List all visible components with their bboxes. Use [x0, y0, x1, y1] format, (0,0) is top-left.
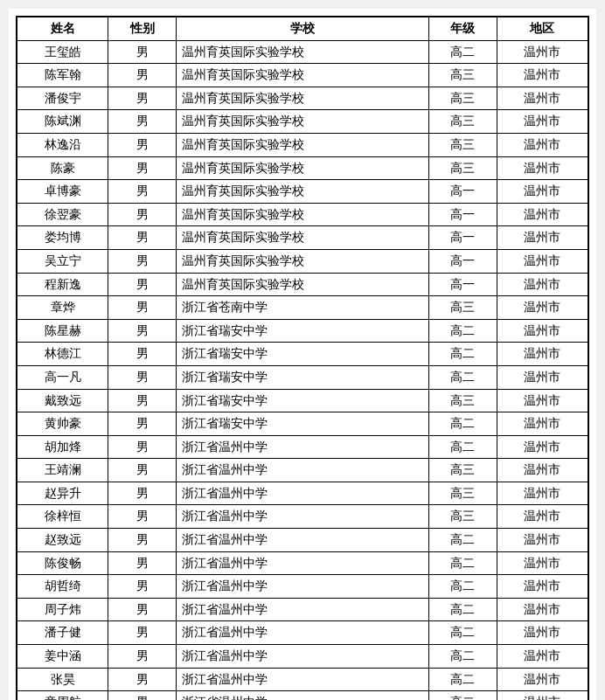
- table-cell: 温州市: [497, 482, 588, 505]
- table-cell: 浙江省瑞安中学: [176, 319, 428, 343]
- table-cell: 浙江省瑞安中学: [176, 412, 428, 436]
- table-cell: 浙江省温州中学: [176, 435, 428, 459]
- table-cell: 男: [108, 668, 176, 691]
- table-row: 陈星赫男浙江省瑞安中学高二温州市: [17, 319, 588, 343]
- table-cell: 男: [108, 249, 176, 273]
- table-cell: 温州育英国际实验学校: [176, 133, 428, 156]
- table-cell: 温州市: [497, 87, 588, 110]
- table-cell: 温州市: [497, 40, 588, 64]
- table-cell: 温州市: [497, 64, 588, 87]
- table-cell: 高三: [429, 87, 497, 110]
- table-cell: 男: [108, 598, 176, 621]
- table-row: 姜中涵男浙江省温州中学高二温州市: [17, 645, 588, 669]
- table-cell: 温州市: [497, 598, 588, 621]
- table-row: 陈军翰男温州育英国际实验学校高三温州市: [17, 64, 588, 87]
- table-cell: 浙江省瑞安中学: [176, 343, 428, 366]
- table-cell: 男: [108, 64, 176, 87]
- table-cell: 温州市: [497, 529, 588, 552]
- table-cell: 徐梓恒: [17, 505, 108, 529]
- table-cell: 赵异升: [17, 482, 108, 505]
- table-cell: 高二: [429, 365, 497, 389]
- table-cell: 温州市: [497, 668, 588, 691]
- table-cell: 胡加烽: [17, 435, 108, 459]
- table-cell: 男: [108, 365, 176, 389]
- table-cell: 高三: [429, 133, 497, 156]
- table-cell: 黄帅豪: [17, 412, 108, 436]
- table-cell: 温州市: [497, 621, 588, 645]
- table-cell: 章烨: [17, 296, 108, 320]
- table-cell: 章周航: [17, 691, 108, 700]
- table-cell: 温州育英国际实验学校: [176, 180, 428, 204]
- table-cell: 浙江省温州中学: [176, 551, 428, 575]
- table-cell: 温州市: [497, 110, 588, 134]
- table-cell: 浙江省苍南中学: [176, 296, 428, 320]
- table-row: 徐梓恒男浙江省温州中学高三温州市: [17, 505, 588, 529]
- table-cell: 男: [108, 482, 176, 505]
- table-cell: 王玺皓: [17, 40, 108, 64]
- table-row: 卓博豪男温州育英国际实验学校高一温州市: [17, 180, 588, 204]
- table-cell: 高一凡: [17, 365, 108, 389]
- table-cell: 周子炜: [17, 598, 108, 621]
- table-cell: 温州市: [497, 296, 588, 320]
- table-row: 胡加烽男浙江省温州中学高二温州市: [17, 435, 588, 459]
- table-cell: 徐翌豪: [17, 203, 108, 226]
- table-cell: 男: [108, 459, 176, 482]
- table-cell: 男: [108, 110, 176, 134]
- table-cell: 浙江省温州中学: [176, 598, 428, 621]
- table-row: 娄均博男温州育英国际实验学校高一温州市: [17, 226, 588, 250]
- table-cell: 高三: [429, 64, 497, 87]
- table-cell: 男: [108, 412, 176, 436]
- table-row: 潘子健男浙江省温州中学高二温州市: [17, 621, 588, 645]
- table-cell: 浙江省温州中学: [176, 459, 428, 482]
- table-cell: 温州育英国际实验学校: [176, 64, 428, 87]
- table-cell: 陈星赫: [17, 319, 108, 343]
- table-cell: 高二: [429, 435, 497, 459]
- table-cell: 男: [108, 87, 176, 110]
- table-cell: 温州育英国际实验学校: [176, 226, 428, 250]
- table-row: 周子炜男浙江省温州中学高二温州市: [17, 598, 588, 621]
- table-cell: 男: [108, 645, 176, 669]
- table-row: 王玺皓男温州育英国际实验学校高二温州市: [17, 40, 588, 64]
- table-cell: 温州市: [497, 180, 588, 204]
- table-cell: 温州市: [497, 273, 588, 296]
- table-cell: 高三: [429, 156, 497, 180]
- table-cell: 林逸沿: [17, 133, 108, 156]
- table-cell: 温州市: [497, 551, 588, 575]
- table-cell: 高三: [429, 110, 497, 134]
- table-cell: 高二: [429, 40, 497, 64]
- table-cell: 浙江省温州中学: [176, 621, 428, 645]
- table-cell: 高一: [429, 226, 497, 250]
- table-cell: 浙江省温州中学: [176, 482, 428, 505]
- table-cell: 潘子健: [17, 621, 108, 645]
- table-cell: 温州市: [497, 412, 588, 436]
- table-cell: 张昊: [17, 668, 108, 691]
- table-cell: 温州市: [497, 691, 588, 700]
- table-cell: 高二: [429, 645, 497, 669]
- table-cell: 男: [108, 435, 176, 459]
- table-row: 陈豪男温州育英国际实验学校高三温州市: [17, 156, 588, 180]
- table-cell: 温州育英国际实验学校: [176, 87, 428, 110]
- table-cell: 戴致远: [17, 389, 108, 412]
- table-cell: 高二: [429, 598, 497, 621]
- table-cell: 男: [108, 273, 176, 296]
- table-row: 黄帅豪男浙江省瑞安中学高二温州市: [17, 412, 588, 436]
- table-cell: 陈斌渊: [17, 110, 108, 134]
- table-cell: 男: [108, 180, 176, 204]
- table-cell: 温州市: [497, 365, 588, 389]
- table-cell: 浙江省温州中学: [176, 505, 428, 529]
- table-cell: 高三: [429, 482, 497, 505]
- data-table: 姓名 性别 学校 年级 地区 王玺皓男温州育英国际实验学校高二温州市陈军翰男温州…: [16, 16, 589, 700]
- table-cell: 男: [108, 343, 176, 366]
- col-header-school: 学校: [176, 17, 428, 40]
- table-cell: 男: [108, 551, 176, 575]
- table-row: 高一凡男浙江省瑞安中学高二温州市: [17, 365, 588, 389]
- table-cell: 娄均博: [17, 226, 108, 250]
- col-header-gender: 性别: [108, 17, 176, 40]
- table-cell: 陈豪: [17, 156, 108, 180]
- table-cell: 高二: [429, 691, 497, 700]
- table-cell: 高一: [429, 273, 497, 296]
- table-cell: 高三: [429, 505, 497, 529]
- table-cell: 温州育英国际实验学校: [176, 203, 428, 226]
- table-cell: 姜中涵: [17, 645, 108, 669]
- table-cell: 高一: [429, 249, 497, 273]
